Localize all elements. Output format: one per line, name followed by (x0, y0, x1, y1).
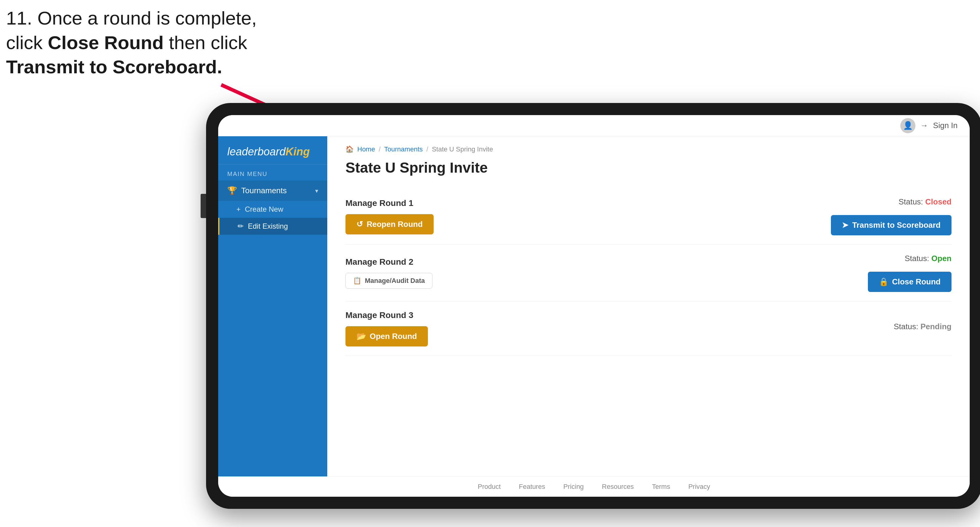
trophy-icon: 🏆 (227, 186, 237, 195)
round-1-status: Status: Closed (899, 197, 951, 206)
user-icon: 👤 (903, 121, 913, 130)
instruction-block: 11. Once a round is complete, click Clos… (6, 6, 257, 79)
instruction-line1: 11. Once a round is complete, (6, 6, 257, 30)
edit-icon: ✏ (237, 222, 243, 230)
tablet-frame: 👤 → Sign In leaderboardKing MAIN MENU (206, 103, 980, 509)
round-section-3: Manage Round 3 📂 Open Round Status: Pend… (345, 302, 951, 356)
round-1-title: Manage Round 1 (345, 198, 434, 208)
app-container: 👤 → Sign In leaderboardKing MAIN MENU (218, 115, 970, 497)
round-2-left: Manage Round 2 📋 Manage/Audit Data (345, 257, 433, 289)
sign-in-icon: → (920, 121, 928, 130)
round-1-status-value: Closed (925, 197, 951, 206)
breadcrumb-tournaments[interactable]: Tournaments (384, 145, 423, 153)
page-title: State U Spring Invite (345, 159, 951, 176)
app-header: 👤 → Sign In (218, 115, 970, 136)
avatar: 👤 (900, 118, 915, 133)
round-3-right: Status: Pending (894, 322, 951, 335)
sign-in-label[interactable]: Sign In (933, 121, 958, 130)
send-icon: ➤ (842, 221, 848, 230)
close-icon: 🔒 (879, 277, 888, 287)
round-1-left: Manage Round 1 ↺ Reopen Round (345, 198, 434, 235)
breadcrumb-current: State U Spring Invite (432, 145, 493, 153)
reopen-round-button[interactable]: ↺ Reopen Round (345, 214, 434, 235)
sidebar-menu-label: MAIN MENU (218, 165, 327, 181)
round-3-left: Manage Round 3 📂 Open Round (345, 310, 428, 346)
main-content: 🏠 Home / Tournaments / State U Spring In… (327, 136, 970, 476)
round-section-2: Manage Round 2 📋 Manage/Audit Data Statu… (345, 245, 951, 302)
round-3-status: Status: Pending (894, 322, 951, 331)
round-2-status: Status: Open (905, 254, 951, 263)
round-2-title: Manage Round 2 (345, 257, 433, 267)
instruction-line3: Transmit to Scoreboard. (6, 55, 257, 79)
round-1-right: Status: Closed ➤ Transmit to Scoreboard (831, 197, 951, 235)
footer-link-resources[interactable]: Resources (602, 483, 634, 490)
sidebar-item-tournaments-left: 🏆 Tournaments (227, 186, 287, 195)
round-2-status-value: Open (932, 254, 951, 263)
round-3-title: Manage Round 3 (345, 310, 428, 320)
logo-king: King (285, 145, 310, 158)
breadcrumb-sep-1: / (379, 145, 380, 153)
refresh-icon: ↺ (356, 220, 363, 229)
breadcrumb-home[interactable]: Home (357, 145, 375, 153)
close-round-button[interactable]: 🔒 Close Round (868, 272, 951, 292)
footer-link-product[interactable]: Product (477, 483, 501, 490)
footer-link-privacy[interactable]: Privacy (688, 483, 710, 490)
footer-link-features[interactable]: Features (519, 483, 545, 490)
sidebar-item-tournaments[interactable]: 🏆 Tournaments ▾ (218, 181, 327, 201)
open-round-button[interactable]: 📂 Open Round (345, 326, 428, 346)
sidebar: leaderboardKing MAIN MENU 🏆 Tournaments … (218, 136, 327, 476)
home-icon: 🏠 (345, 145, 354, 153)
instruction-line2: click Close Round then click (6, 30, 257, 55)
tablet-screen: 👤 → Sign In leaderboardKing MAIN MENU (218, 115, 970, 497)
sidebar-create-new-label: Create New (245, 205, 283, 214)
sign-in-area: 👤 → Sign In (900, 118, 958, 133)
app-footer: Product Features Pricing Resources Terms… (218, 476, 970, 497)
footer-link-terms[interactable]: Terms (652, 483, 670, 490)
logo-leaderboard: leaderboard (227, 145, 285, 158)
open-icon: 📂 (356, 332, 366, 341)
logo: leaderboardKing (227, 145, 318, 158)
round-2-right: Status: Open 🔒 Close Round (868, 254, 951, 292)
sidebar-tournaments-label: Tournaments (241, 186, 287, 195)
round-section-1: Manage Round 1 ↺ Reopen Round Status: Cl… (345, 188, 951, 245)
round-3-status-value: Pending (920, 322, 951, 331)
sidebar-logo: leaderboardKing (218, 136, 327, 165)
sidebar-edit-existing-label: Edit Existing (248, 222, 288, 230)
chevron-down-icon: ▾ (315, 187, 318, 194)
transmit-to-scoreboard-button[interactable]: ➤ Transmit to Scoreboard (831, 215, 951, 235)
plus-icon: + (236, 205, 240, 214)
breadcrumb-sep-2: / (426, 145, 428, 153)
sidebar-sub-item-create-new[interactable]: + Create New (218, 201, 327, 218)
app-body: leaderboardKing MAIN MENU 🏆 Tournaments … (218, 136, 970, 476)
breadcrumb: 🏠 Home / Tournaments / State U Spring In… (345, 145, 951, 153)
manage-audit-data-button[interactable]: 📋 Manage/Audit Data (345, 273, 433, 289)
footer-link-pricing[interactable]: Pricing (563, 483, 584, 490)
sidebar-sub-item-edit-existing[interactable]: ✏ Edit Existing (218, 218, 327, 235)
audit-icon: 📋 (353, 277, 361, 285)
